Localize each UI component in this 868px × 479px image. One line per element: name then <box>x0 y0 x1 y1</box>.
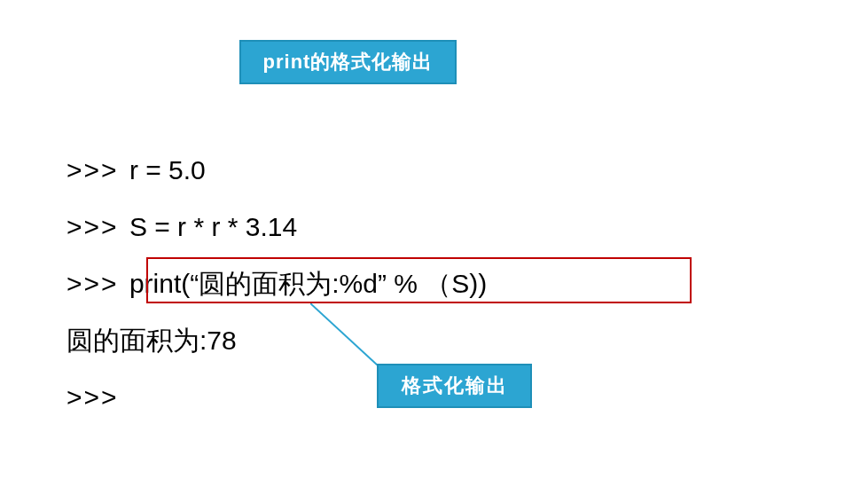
prompt-2: >>> <box>66 212 119 241</box>
annotation-box: 格式化输出 <box>377 364 532 408</box>
code-3: print(“圆的面积为:%d” % （S)) <box>129 269 487 298</box>
prompt-5: >>> <box>66 382 119 412</box>
output-text: 圆的面积为:78 <box>66 326 237 355</box>
code-1: r = 5.0 <box>129 155 206 185</box>
code-line-2: >>> S = r * r * 3.14 <box>66 199 487 255</box>
code-line-1: >>> r = 5.0 <box>66 142 487 199</box>
title-text: print的格式化输出 <box>263 49 434 75</box>
annotation-text: 格式化输出 <box>402 373 508 399</box>
code-2: S = r * r * 3.14 <box>129 212 297 241</box>
prompt-3: >>> <box>66 269 119 298</box>
title-box: print的格式化输出 <box>239 40 457 84</box>
prompt-1: >>> <box>66 155 119 185</box>
output-line: 圆的面积为:78 <box>66 312 487 369</box>
code-line-3: >>> print(“圆的面积为:%d” % （S)) <box>66 255 487 312</box>
